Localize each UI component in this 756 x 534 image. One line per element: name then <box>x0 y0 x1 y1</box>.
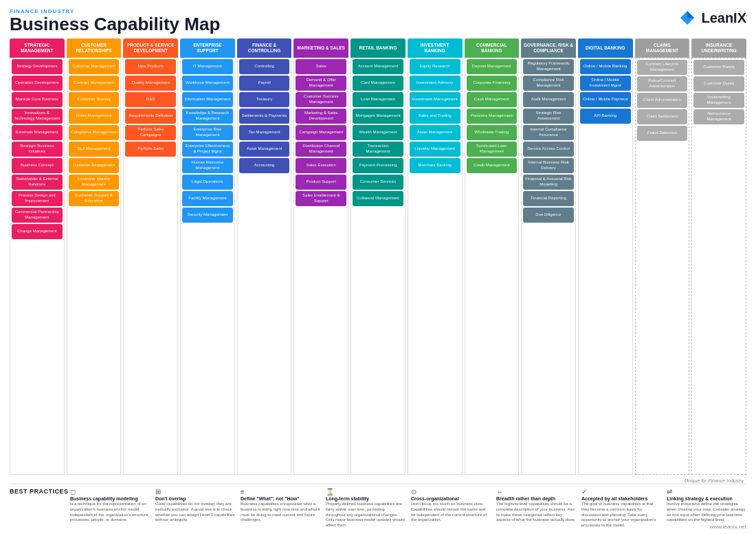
bp-item-title: Cross-organizational <box>411 496 491 501</box>
header: FINANCE INDUSTRY Business Capability Map… <box>10 8 746 34</box>
capability-item: Payment Processing <box>353 158 403 173</box>
col-header-governance: GOVERNANCE, RISK & COMPLIANCE <box>521 38 576 58</box>
capability-item: Strategic Business Initiatives <box>12 142 63 157</box>
best-practices-section: BEST PRACTICES ◻Business capability mode… <box>10 483 746 529</box>
bp-item-text: Don't focus too much on business units. … <box>411 502 491 523</box>
capability-item: Information Management <box>182 92 233 107</box>
col-body-customer: Customer ManagementContract ManagementCu… <box>67 58 122 475</box>
capability-item: Enterprise Effectiveness & Project Mgmt <box>182 142 233 157</box>
bp-item-title: Linking strategy & execution <box>667 496 746 501</box>
capability-item: Customer Management <box>69 59 120 74</box>
col-body-commercial: Deposit ManagementCorporate FinancingCas… <box>465 58 520 475</box>
best-practices-items: ◻Business capability modelingis a techni… <box>70 488 746 529</box>
capability-item: Wholesale Trading <box>467 125 518 140</box>
col-header-retail: RETAIL BANKING <box>351 38 405 58</box>
capability-item: R&D <box>125 92 176 107</box>
bp-item-text: is a technique for the representation of… <box>70 502 150 523</box>
bp-icon: ↔ <box>496 488 576 496</box>
capability-item: Legal Operations <box>182 175 233 190</box>
capability-item: Marketing & Sales Development <box>296 109 346 124</box>
capability-item: Investment Management <box>410 92 460 107</box>
bp-item-title: Don't overlap <box>155 496 235 501</box>
capability-item: Demand & Offer Management <box>296 76 346 91</box>
col-header-product: PRODUCT & SERVICE DEVELOPMENT <box>123 38 178 58</box>
capability-item: Online / Mobile Investment Mgmt <box>580 76 631 91</box>
capability-item: Collateral Management <box>353 191 403 206</box>
capability-item: Externals Management <box>12 125 63 140</box>
bp-item-text: The goal of business capabilities is tha… <box>581 502 661 529</box>
capability-item: Online / Mobile Payment <box>580 92 631 107</box>
best-practice-item: ◻Business capability modelingis a techni… <box>70 488 150 529</box>
col-header-claims: CLAIMS MANAGEMENT <box>635 38 690 58</box>
bp-icon: ⇌ <box>667 488 746 496</box>
capability-item: Asset Management <box>239 142 290 157</box>
bp-icon: ⊙ <box>411 488 491 496</box>
capability-item: Liquidity Management <box>410 142 460 157</box>
capability-item: Knowledge & Research Management <box>182 109 233 124</box>
capability-item: Claim Administration <box>637 93 688 108</box>
capability-item: Innovations & Technology Management <box>12 109 63 124</box>
bp-icon: ◻ <box>70 488 150 496</box>
column-enterprise: ENTERPRISE SUPPORTIT ManagementWorkforce… <box>180 38 235 475</box>
col-header-marketing: MARKETING & SALES <box>293 38 348 58</box>
capability-item: Customer Quote <box>693 76 744 91</box>
capability-item: Perform Sales <box>125 142 176 157</box>
capability-item: Sales <box>296 59 346 74</box>
col-body-finance: ControllingPayrollTreasurySettlements & … <box>237 58 292 475</box>
capability-item: Contract Management <box>69 76 120 91</box>
column-strategic: STRATEGIC MANAGEMENTStrategy Development… <box>10 38 65 475</box>
header-left: FINANCE INDUSTRY Business Capability Map <box>10 8 220 34</box>
capability-item: Customer Support & Education <box>69 191 120 206</box>
col-header-digital: DIGITAL BANKING <box>578 38 633 58</box>
col-header-customer: CUSTOMER RELATIONSHIPS <box>67 38 122 58</box>
footer-url: www.leanix.net <box>710 524 746 530</box>
capability-item: Consumer Services <box>353 175 403 190</box>
capability-item: Manage Core Business <box>12 92 63 107</box>
capability-item: Financial & Actuarial Risk Modelling <box>523 175 574 190</box>
capability-item: Security Management <box>182 208 233 223</box>
capability-item: Payroll <box>239 76 290 91</box>
bp-item-title: Business capability modeling <box>70 496 150 501</box>
col-body-claims: Contract Lifecycle ManagementPolicy/Cont… <box>635 58 690 475</box>
bp-icon: ⌛ <box>326 488 405 496</box>
column-governance: GOVERNANCE, RISK & COMPLIANCERegulatory … <box>521 38 576 475</box>
col-body-strategic: Strategy DevelopmentOperation Developmen… <box>10 58 65 475</box>
bp-item-title: Breadth rather than depth <box>496 496 576 501</box>
capability-item: Policy/Contract Administration <box>637 76 688 91</box>
col-body-insurance: Customer RatingCustomer QuoteUnderwritin… <box>691 58 746 475</box>
bp-item-text: Involve those who define the strategies … <box>667 502 746 523</box>
capability-item: Customer Rating <box>693 60 744 75</box>
capability-item: API Banking <box>580 109 631 124</box>
bp-item-text: Business capabilities encapsulate what a… <box>241 502 320 523</box>
capability-item: Change Management <box>12 224 63 239</box>
capability-item: Internal Compliance Assurance <box>523 125 574 140</box>
capability-item: Business Concept <box>12 158 63 173</box>
col-body-retail: Account ManagementCard ManagementLoan Ma… <box>351 58 405 475</box>
column-retail: RETAIL BANKINGAccount ManagementCard Man… <box>351 38 405 475</box>
capability-item: Order Management <box>69 109 120 124</box>
bp-item-title: Long-term stability <box>326 496 405 501</box>
bp-icon: ≡ <box>241 488 320 496</box>
bp-item-title: Accepted by all stakeholders <box>581 496 661 501</box>
column-finance: FINANCE & CONTROLLINGControllingPayrollT… <box>237 38 292 475</box>
capability-item: Sales Enablement & Support <box>296 191 346 206</box>
capability-item: Financial Reporting <box>523 191 574 206</box>
column-product: PRODUCT & SERVICE DEVELOPMENTNew Product… <box>123 38 178 475</box>
capability-item: Commercial Partnership Management <box>12 208 63 223</box>
col-header-enterprise: ENTERPRISE SUPPORT <box>180 38 235 58</box>
capability-item: Loan Management <box>353 92 403 107</box>
page-title: Business Capability Map <box>10 14 220 34</box>
capability-map: STRATEGIC MANAGEMENTStrategy Development… <box>10 38 746 475</box>
capability-item: Reinsurance Management <box>693 109 744 124</box>
svg-marker-1 <box>687 11 694 18</box>
capability-item: Strategy Development <box>12 59 63 74</box>
col-header-insurance: INSURANCE UNDERWRITING <box>691 38 746 58</box>
capability-item: Customer Identity Management <box>69 175 120 190</box>
capability-item: Online / Mobile Banking <box>580 59 631 74</box>
capability-item: Stakeholder & External Relations <box>12 175 63 190</box>
col-header-finance: FINANCE & CONTROLLING <box>237 38 292 58</box>
best-practice-item: ⊞Don't overlapGood capabilities do not o… <box>155 488 235 529</box>
unique-label: Unique for Finance Industry <box>10 478 744 483</box>
capability-item: Facility Management <box>182 191 233 206</box>
capability-item: Service Access Control <box>523 142 574 157</box>
